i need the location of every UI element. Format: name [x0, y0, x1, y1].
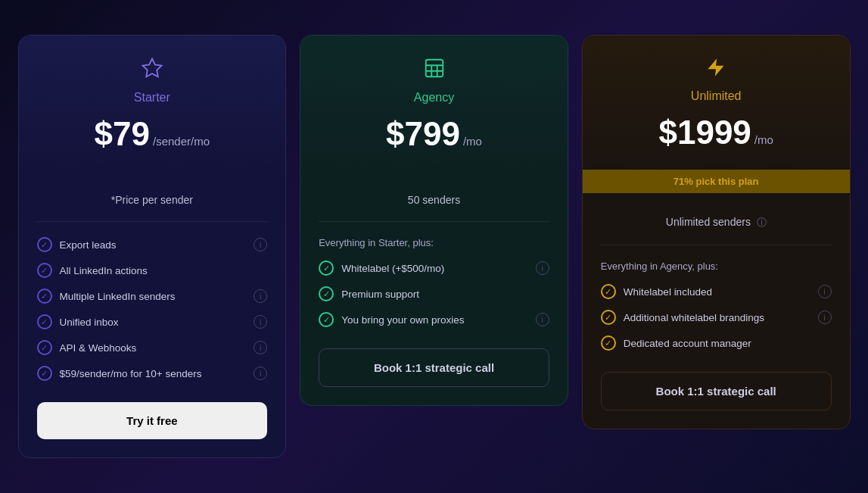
price-period-starter: /sender/mo — [153, 135, 210, 148]
feature-text: Unified inbox — [60, 317, 119, 328]
pricing-container: Starter$79/sender/mo*Price per sender✓Ex… — [18, 35, 851, 458]
feature-text: $59/sender/mo for 10+ senders — [60, 368, 202, 379]
list-item: ✓Unified inboxi — [37, 314, 268, 329]
check-icon: ✓ — [319, 312, 334, 327]
feature-info-icon[interactable]: i — [254, 315, 267, 329]
list-item: ✓Multiple LinkedIn sendersi — [37, 289, 268, 304]
price-period-unlimited: /mo — [754, 133, 773, 146]
check-icon: ✓ — [319, 261, 334, 276]
feature-left: ✓API & Webhooks — [37, 340, 137, 355]
price-amount-unlimited: $1999 — [658, 114, 751, 151]
price-amount-agency: $799 — [386, 115, 460, 153]
plan-price-unlimited: $1999/mo — [601, 114, 832, 151]
feature-text: API & Webhooks — [60, 342, 137, 354]
card-body-agency: 50 sendersEverything in Starter, plus:✓W… — [300, 171, 568, 405]
feature-text: Premium support — [341, 289, 419, 300]
features-list-starter: ✓Export leadsi✓All LinkedIn actions✓Mult… — [37, 237, 268, 381]
plan-icon-starter — [37, 57, 268, 85]
feature-left: ✓Premium support — [319, 286, 419, 301]
feature-left: ✓Unified inbox — [37, 314, 119, 329]
list-item: ✓Dedicated account manager — [601, 335, 832, 351]
svg-marker-6 — [708, 58, 724, 76]
section-label-agency: Everything in Starter, plus: — [319, 237, 549, 248]
feature-info-icon[interactable]: i — [536, 313, 549, 326]
plan-icon-unlimited — [601, 57, 832, 83]
feature-text: Whitelabel included — [624, 286, 712, 298]
list-item: ✓Export leadsi — [37, 237, 268, 252]
senders-info-icon-unlimited[interactable]: ⓘ — [754, 217, 767, 228]
feature-info-icon[interactable]: i — [254, 238, 267, 251]
popular-badge-unlimited: 71% pick this plan — [583, 170, 850, 193]
feature-text: Export leads — [60, 239, 117, 251]
feature-left: ✓Whitelabel included — [601, 284, 712, 299]
price-period-agency: /mo — [463, 135, 482, 148]
plan-name-unlimited: Unlimited — [601, 89, 832, 103]
plan-price-starter: $79/sender/mo — [37, 115, 268, 153]
card-body-unlimited: Unlimited senders ⓘEverything in Agency,… — [583, 193, 850, 429]
check-icon: ✓ — [37, 314, 52, 329]
list-item: ✓API & Webhooksi — [37, 340, 268, 355]
feature-text: Whitelabel (+$500/mo) — [341, 263, 444, 274]
list-item: ✓Whitelabel (+$500/mo)i — [319, 261, 549, 276]
card-header-agency: Agency$799/mo — [300, 36, 568, 171]
plan-name-starter: Starter — [37, 91, 268, 105]
cta-button-starter[interactable]: Try it free — [37, 402, 268, 439]
list-item: ✓$59/sender/mo for 10+ sendersi — [37, 366, 268, 381]
section-label-unlimited: Everything in Agency, plus: — [601, 261, 832, 272]
features-list-unlimited: ✓Whitelabel includedi✓Additional whitela… — [601, 284, 832, 351]
price-amount-starter: $79 — [95, 115, 150, 153]
check-icon: ✓ — [37, 263, 52, 278]
feature-left: ✓Dedicated account manager — [601, 335, 751, 351]
list-item: ✓Additional whitelabel brandingsi — [601, 310, 832, 325]
card-header-unlimited: Unlimited$1999/mo — [583, 36, 850, 170]
list-item: ✓You bring your own proxiesi — [319, 312, 549, 327]
check-icon: ✓ — [601, 335, 616, 351]
feature-left: ✓You bring your own proxies — [319, 312, 464, 327]
svg-marker-0 — [142, 59, 161, 77]
cta-button-agency[interactable]: Book 1:1 strategic call — [319, 348, 549, 387]
plan-name-agency: Agency — [319, 91, 549, 105]
senders-info-unlimited: Unlimited senders ⓘ — [601, 208, 832, 245]
feature-left: ✓All LinkedIn actions — [37, 263, 148, 278]
senders-info-agency: 50 senders — [319, 186, 549, 222]
feature-left: ✓Export leads — [37, 237, 117, 252]
list-item: ✓Whitelabel includedi — [601, 284, 832, 299]
feature-info-icon[interactable]: i — [536, 261, 549, 275]
feature-left: ✓$59/sender/mo for 10+ senders — [37, 366, 202, 381]
card-body-starter: *Price per sender✓Export leadsi✓All Link… — [19, 171, 286, 457]
plan-price-agency: $799/mo — [319, 115, 549, 153]
feature-text: You bring your own proxies — [341, 314, 464, 326]
card-header-starter: Starter$79/sender/mo — [19, 36, 286, 171]
check-icon: ✓ — [37, 340, 52, 355]
check-icon: ✓ — [37, 289, 52, 304]
cta-button-unlimited[interactable]: Book 1:1 strategic call — [601, 372, 832, 410]
card-unlimited: Unlimited$1999/mo71% pick this planUnlim… — [582, 35, 851, 429]
senders-info-starter: *Price per sender — [37, 186, 268, 222]
feature-text: All LinkedIn actions — [60, 265, 148, 276]
feature-info-icon[interactable]: i — [818, 285, 832, 298]
list-item: ✓All LinkedIn actions — [37, 263, 268, 278]
feature-left: ✓Multiple LinkedIn senders — [37, 289, 176, 304]
feature-info-icon[interactable]: i — [254, 289, 267, 303]
card-agency: Agency$799/mo50 sendersEverything in Sta… — [300, 35, 568, 406]
plan-icon-agency — [319, 57, 549, 85]
feature-left: ✓Whitelabel (+$500/mo) — [319, 261, 444, 276]
check-icon: ✓ — [601, 284, 616, 299]
feature-text: Multiple LinkedIn senders — [60, 291, 176, 302]
check-icon: ✓ — [601, 310, 616, 325]
feature-text: Additional whitelabel brandings — [624, 312, 764, 323]
features-list-agency: ✓Whitelabel (+$500/mo)i✓Premium support✓… — [319, 261, 549, 327]
feature-info-icon[interactable]: i — [254, 341, 267, 354]
check-icon: ✓ — [37, 366, 52, 381]
check-icon: ✓ — [37, 237, 52, 252]
feature-left: ✓Additional whitelabel brandings — [601, 310, 764, 325]
svg-rect-1 — [425, 60, 443, 77]
feature-info-icon[interactable]: i — [818, 310, 832, 324]
check-icon: ✓ — [319, 286, 334, 301]
card-starter: Starter$79/sender/mo*Price per sender✓Ex… — [18, 35, 287, 458]
list-item: ✓Premium support — [319, 286, 549, 301]
feature-text: Dedicated account manager — [624, 338, 751, 349]
feature-info-icon[interactable]: i — [254, 367, 267, 380]
